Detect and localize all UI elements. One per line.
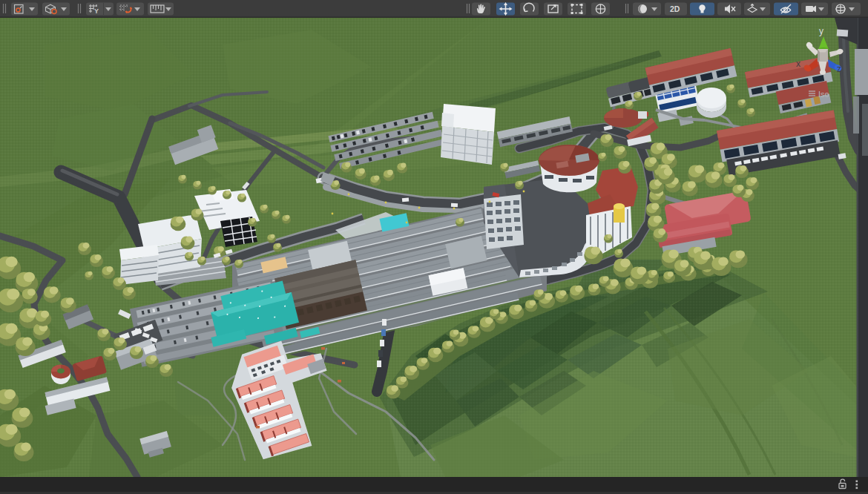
svg-text:z: z — [837, 64, 841, 74]
svg-text:y: y — [819, 26, 823, 36]
svg-text:Iso: Iso — [818, 90, 829, 99]
svg-text:2D: 2D — [670, 4, 680, 13]
svg-text:x: x — [796, 59, 800, 69]
svg-text:Y: Y — [94, 7, 99, 15]
